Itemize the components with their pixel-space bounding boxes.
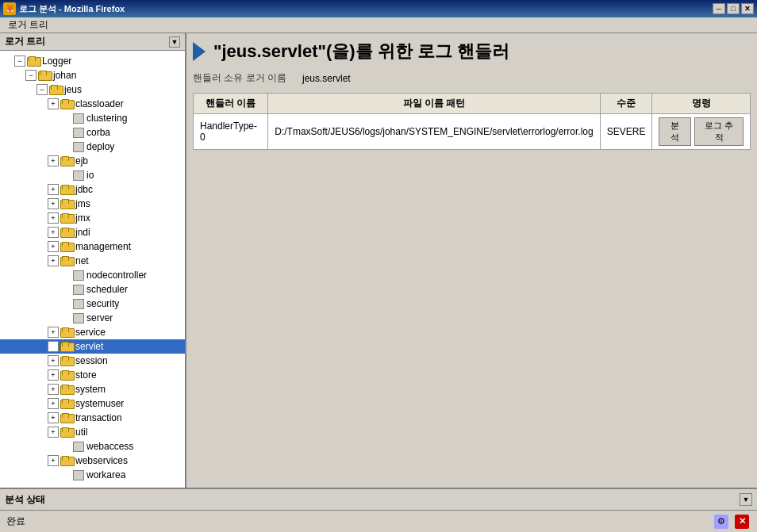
- expander-jdbc[interactable]: +: [48, 184, 59, 195]
- minimize-button[interactable]: ─: [713, 3, 725, 14]
- tree-node-johan[interactable]: − johan: [0, 68, 185, 82]
- expander-transaction[interactable]: +: [48, 412, 59, 423]
- tree-node-transaction[interactable]: + transaction: [0, 411, 185, 425]
- leaf-icon-server: [71, 313, 84, 323]
- node-label-scheduler: scheduler: [86, 284, 128, 295]
- table-cell-level: SEVERE: [600, 114, 652, 150]
- folder-icon-management: [60, 242, 73, 252]
- tree-node-clustering[interactable]: clustering: [0, 111, 185, 125]
- node-label-johan: johan: [53, 70, 76, 81]
- expander-johan[interactable]: −: [25, 70, 37, 81]
- expander-logger[interactable]: −: [14, 55, 25, 67]
- tree-node-jdbc[interactable]: + jdbc: [0, 182, 185, 197]
- tree-node-jeus[interactable]: − jeus: [0, 82, 185, 97]
- expander-service[interactable]: +: [48, 327, 59, 338]
- tree-node-webservices[interactable]: + webservices: [0, 454, 185, 468]
- status-icons: ⚙ ✕: [713, 513, 751, 530]
- analyze-button[interactable]: 분석: [659, 117, 691, 146]
- node-label-classloader: classloader: [75, 98, 124, 109]
- title-bar: 🦊 로그 분석 - Mozilla Firefox ─ □ ✕: [0, 0, 757, 17]
- node-label-system: system: [75, 384, 106, 395]
- tree-node-logger[interactable]: − Logger: [0, 54, 185, 68]
- tree-node-util[interactable]: + util: [0, 425, 185, 439]
- tree-node-workarea[interactable]: workarea: [0, 468, 185, 482]
- tree-node-systemuser[interactable]: + systemuser: [0, 396, 185, 411]
- tree-node-classloader[interactable]: + classloader: [0, 97, 185, 111]
- tree-node-session[interactable]: + session: [0, 354, 185, 368]
- folder-icon-jms: [60, 199, 73, 209]
- folder-icon-johan: [38, 71, 51, 81]
- node-label-logger: Logger: [42, 55, 71, 67]
- expander-jeus[interactable]: −: [37, 84, 48, 95]
- tree-node-jmx[interactable]: + jmx: [0, 211, 185, 225]
- node-label-io: io: [86, 170, 94, 181]
- expander-webservices[interactable]: +: [48, 455, 59, 466]
- leaf-icon-clustering: [71, 113, 84, 124]
- tree-node-service[interactable]: + service: [0, 325, 185, 339]
- expander-session[interactable]: +: [48, 355, 59, 366]
- node-label-systemuser: systemuser: [75, 398, 124, 409]
- table-header-name: 핸들러 이름: [194, 94, 268, 114]
- handler-table: 핸들러 이름 파일 이름 패턴 수준 명령 HandlerType-0 D:/T…: [193, 93, 751, 150]
- node-label-workarea: workarea: [86, 469, 125, 480]
- tree-node-scheduler[interactable]: scheduler: [0, 282, 185, 297]
- node-label-jms: jms: [75, 198, 90, 209]
- app-icon: 🦊: [3, 2, 16, 15]
- expander-classloader[interactable]: +: [48, 98, 59, 109]
- menu-item-logger-tree[interactable]: 로거 트리: [3, 17, 53, 33]
- tree-node-ejb[interactable]: + ejb: [0, 154, 185, 168]
- tree-node-system[interactable]: + system: [0, 382, 185, 396]
- table-cell-commands: 분석 로그 추적: [652, 114, 751, 150]
- leaf-icon-scheduler: [71, 285, 84, 295]
- node-label-service: service: [75, 327, 106, 338]
- node-label-ejb: ejb: [75, 155, 88, 166]
- settings-icon-btn[interactable]: ⚙: [713, 513, 730, 530]
- handler-info-label: 핸들러 소유 로거 이름: [193, 71, 286, 85]
- tree-area[interactable]: − Logger − johan − jeus + classloader: [0, 51, 185, 488]
- folder-icon-session: [60, 356, 73, 366]
- table-header-pattern: 파일 이름 패턴: [268, 94, 600, 114]
- expander-jms[interactable]: +: [48, 198, 59, 209]
- tree-node-io[interactable]: io: [0, 168, 185, 182]
- panel-header: 로거 트리 ▼: [0, 33, 185, 51]
- expander-servlet[interactable]: +: [48, 341, 59, 352]
- expander-net[interactable]: +: [48, 255, 59, 266]
- expander-store[interactable]: +: [48, 369, 59, 381]
- tree-node-server[interactable]: server: [0, 311, 185, 325]
- tree-node-webaccess[interactable]: webaccess: [0, 439, 185, 454]
- expander-systemuser[interactable]: +: [48, 398, 59, 409]
- folder-icon-jndi: [60, 228, 73, 238]
- folder-icon-transaction: [60, 413, 73, 423]
- expander-management[interactable]: +: [48, 241, 59, 252]
- folder-icon-jeus: [49, 85, 62, 95]
- node-label-server: server: [86, 312, 113, 323]
- tree-node-jndi[interactable]: + jndi: [0, 225, 185, 239]
- maximize-button[interactable]: □: [727, 3, 740, 14]
- folder-icon-service: [60, 327, 73, 338]
- stop-icon-btn[interactable]: ✕: [733, 513, 751, 530]
- tree-node-jms[interactable]: + jms: [0, 197, 185, 211]
- tree-node-nodecontroller[interactable]: nodecontroller: [0, 268, 185, 282]
- close-button[interactable]: ✕: [741, 3, 754, 14]
- expander-system[interactable]: +: [48, 384, 59, 395]
- expander-ejb[interactable]: +: [48, 155, 59, 166]
- tree-node-management[interactable]: + management: [0, 239, 185, 254]
- expander-util[interactable]: +: [48, 427, 59, 438]
- folder-icon-webservices: [60, 456, 73, 466]
- tree-node-corba[interactable]: corba: [0, 125, 185, 140]
- expander-jmx[interactable]: +: [48, 212, 59, 224]
- tree-node-servlet[interactable]: + servlet: [0, 339, 185, 354]
- node-label-nodecontroller: nodecontroller: [86, 270, 147, 281]
- node-label-session: session: [75, 355, 108, 366]
- log-trace-button[interactable]: 로그 추적: [694, 117, 744, 146]
- expander-jndi[interactable]: +: [48, 227, 59, 238]
- main-container: 로거 트리 ▼ − Logger − johan − jeus: [0, 33, 757, 488]
- bottom-panel-scroll-btn[interactable]: ▼: [740, 493, 752, 506]
- page-title: "jeus.servlet"(을)를 위한 로그 핸들러: [213, 40, 509, 63]
- panel-scroll-btn[interactable]: ▼: [169, 36, 180, 48]
- tree-node-store[interactable]: + store: [0, 368, 185, 382]
- tree-node-net[interactable]: + net: [0, 254, 185, 268]
- tree-node-security[interactable]: security: [0, 297, 185, 311]
- tree-node-deploy[interactable]: deploy: [0, 140, 185, 154]
- window-title: 로그 분석 - Mozilla Firefox: [19, 3, 125, 15]
